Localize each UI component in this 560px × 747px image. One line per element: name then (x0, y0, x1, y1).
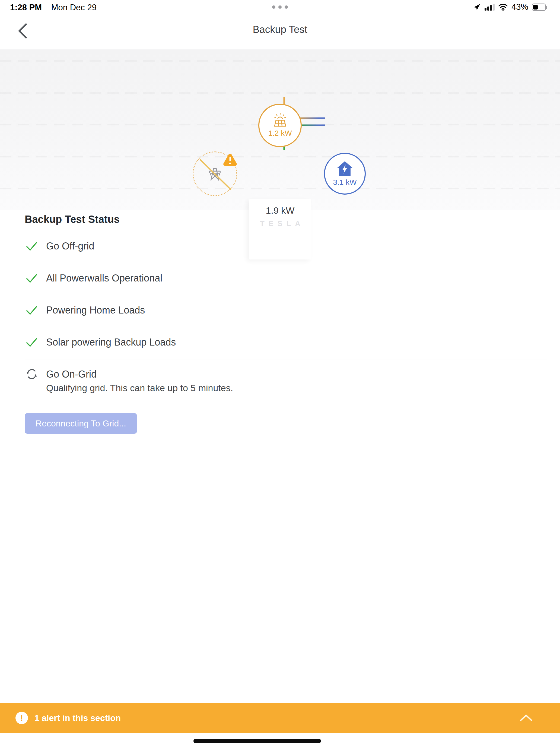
page-title: Backup Test (0, 24, 560, 35)
check-icon (25, 239, 38, 253)
alert-banner-text: 1 alert in this section (34, 713, 121, 723)
solar-panel-icon (272, 113, 288, 127)
reconnecting-to-grid-button[interactable]: Reconnecting To Grid... (25, 413, 137, 434)
status-date: Mon Dec 29 (51, 3, 97, 12)
location-arrow-icon (473, 3, 481, 11)
grid-warning-icon (223, 153, 237, 166)
step-label: Go Off-grid (46, 240, 547, 252)
nav-header: Backup Test (0, 14, 560, 49)
home-node[interactable]: 3.1 kW (324, 153, 366, 195)
alert-exclamation-icon: ! (16, 712, 28, 724)
wifi-icon (498, 3, 508, 11)
power-flow-diagram: 1.2 kW 3.1 kW (0, 49, 560, 210)
step-detail: Qualifying grid. This can take up to 5 m… (46, 383, 547, 393)
home-indicator-bar[interactable] (193, 739, 321, 743)
tesla-logo: TESLA (249, 220, 311, 228)
backup-step-row: Powering Home Loads (25, 295, 547, 327)
section-title: Backup Test Status (25, 214, 119, 225)
backup-step-row: Go Off-grid (25, 231, 547, 263)
home-power-value: 3.1 kW (333, 178, 356, 187)
alert-banner[interactable]: ! 1 alert in this section (0, 703, 560, 733)
check-icon (25, 335, 38, 349)
check-icon (25, 304, 38, 316)
battery-percent: 43% (511, 2, 528, 12)
step-label: Go On-Grid (46, 369, 547, 380)
status-bar: 1:28 PM Mon Dec 29 43% (0, 0, 560, 14)
step-label: All Powerwalls Operational (46, 273, 547, 284)
status-time-date: 1:28 PM Mon Dec 29 (10, 3, 97, 12)
backup-steps-list: Go Off-grid All Powerwalls Operational P… (25, 231, 547, 404)
backup-step-row: Go On-Grid Qualifying grid. This can tak… (25, 359, 547, 404)
powerwall-power-value: 1.9 kW (249, 205, 311, 216)
status-indicators: 43% (473, 2, 546, 12)
cellular-signal-icon (485, 3, 495, 10)
spinner-icon (25, 367, 38, 381)
grid-node[interactable] (193, 152, 237, 196)
step-label: Solar powering Backup Loads (46, 337, 547, 348)
multitasking-dots-icon (272, 5, 288, 9)
solar-node[interactable]: 1.2 kW (258, 104, 302, 147)
home-icon (336, 161, 353, 176)
status-time: 1:28 PM (10, 3, 42, 12)
check-icon (25, 272, 38, 284)
backup-step-row: All Powerwalls Operational (25, 263, 547, 295)
backup-step-row: Solar powering Backup Loads (25, 327, 547, 359)
battery-icon (532, 3, 546, 11)
chevron-up-icon[interactable] (519, 714, 533, 721)
step-label: Powering Home Loads (46, 305, 547, 316)
solar-power-value: 1.2 kW (268, 129, 292, 138)
